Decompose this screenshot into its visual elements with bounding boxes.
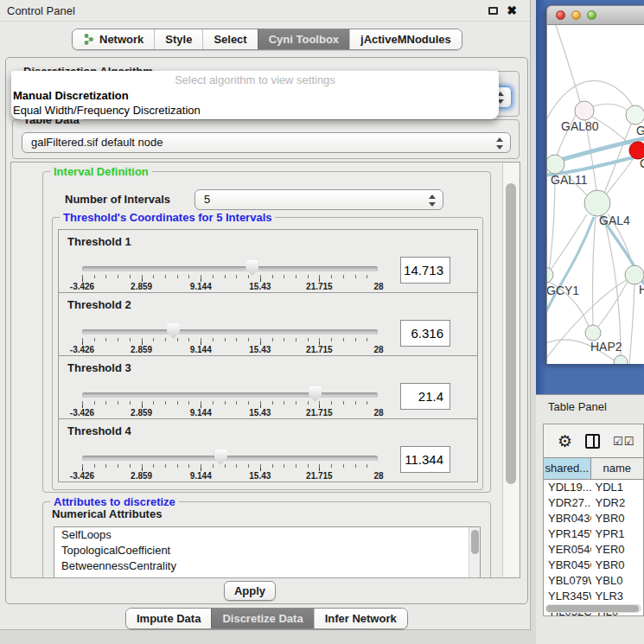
network-window-titlebar[interactable]: [546, 5, 644, 25]
table-cell[interactable]: YLR3: [591, 589, 643, 604]
table-row[interactable]: YDR27...YDR2: [544, 495, 643, 511]
table-cell[interactable]: YBR0: [591, 511, 643, 526]
network-node[interactable]: [626, 105, 644, 124]
table-cell[interactable]: YLR345W: [544, 589, 591, 604]
tick-label: 9.144: [190, 408, 212, 418]
numerical-attribute-item[interactable]: SelfLoops: [54, 527, 480, 543]
threshold-value-input[interactable]: 11.344: [400, 446, 450, 473]
table-cell[interactable]: YDL1: [591, 480, 643, 495]
threshold-value-input[interactable]: 6.316: [400, 320, 450, 347]
table-cell[interactable]: YDR2: [591, 495, 643, 511]
tab-discretize-data[interactable]: Discretize Data: [211, 609, 313, 628]
table-cell[interactable]: YDL19...: [544, 480, 591, 495]
tick-label: -3.426: [70, 282, 94, 291]
numerical-attributes-list[interactable]: SelfLoopsTopologicalCoefficientBetweenne…: [54, 526, 481, 578]
network-icon: [83, 33, 94, 46]
interval-definition-group: Interval Definition Number of Intervals …: [42, 171, 491, 493]
tick-label: 15.43: [249, 282, 271, 291]
slider-thumb[interactable]: [167, 323, 180, 339]
table-row[interactable]: YER054CYER0: [544, 542, 643, 558]
number-of-intervals-combobox[interactable]: 5: [194, 189, 443, 210]
slider-thumb[interactable]: [245, 260, 258, 276]
checkboxes-icon[interactable]: ☑☑: [613, 435, 634, 448]
table-cell[interactable]: YBR043C: [544, 511, 591, 526]
close-icon[interactable]: ✖: [507, 0, 517, 22]
tick-label: 2.859: [131, 282, 152, 291]
tab-label: Network: [99, 33, 143, 46]
network-canvas[interactable]: GAL80GCGAL11GAL4GCY1HHAP2: [546, 25, 644, 364]
algorithm-option-equal-width-frequency[interactable]: Equal Width/Frequency Discretization: [11, 103, 499, 118]
gear-icon[interactable]: ⚙: [558, 433, 572, 450]
tab-label: Style: [165, 33, 192, 46]
algorithm-option-manual-discretization[interactable]: Manual Discretization: [11, 88, 499, 103]
threshold-value-input[interactable]: 14.713: [400, 257, 450, 284]
table-cell[interactable]: YBR0: [591, 558, 643, 573]
table-data-combobox[interactable]: galFiltered.sif default node: [22, 132, 511, 153]
combo-spinner-icon: [428, 194, 436, 207]
table-data-combobox-value: galFiltered.sif default node: [31, 136, 163, 149]
numerical-attributes-label: Numerical Attributes: [52, 507, 162, 520]
threshold-slider[interactable]: [82, 266, 378, 271]
table-row[interactable]: YLR345WYLR3: [544, 589, 643, 604]
tick-label: 9.144: [190, 345, 212, 354]
tab-network[interactable]: Network: [73, 29, 154, 49]
table-hscrollbar-thumb[interactable]: [546, 605, 639, 612]
tab-label: Cyni Toolbox: [269, 33, 339, 46]
table-cell[interactable]: YDR27...: [544, 495, 591, 511]
threshold-slider[interactable]: [82, 329, 378, 335]
threshold-slider[interactable]: [82, 392, 378, 398]
attributes-scrollbar-thumb[interactable]: [471, 530, 479, 554]
tab-impute-data[interactable]: Impute Data: [126, 609, 211, 628]
network-node[interactable]: [614, 355, 628, 364]
close-window-icon[interactable]: [556, 10, 565, 20]
table-cell[interactable]: YER0: [591, 542, 643, 558]
column-header-name[interactable]: name: [591, 458, 643, 479]
network-node-label: HAP2: [590, 340, 622, 354]
slider-ticks: [82, 338, 379, 345]
column-header-shared-name[interactable]: shared...: [544, 458, 591, 479]
table-horizontal-scrollbar[interactable]: [545, 604, 641, 613]
float-window-icon[interactable]: [488, 7, 498, 15]
settings-scrollbar-thumb[interactable]: [506, 183, 516, 484]
table-row[interactable]: YBL079WYBL0: [544, 573, 643, 589]
table-row[interactable]: YDL19...YDL1: [544, 480, 643, 495]
table-cell[interactable]: YPR1: [591, 526, 643, 542]
table-row[interactable]: YBR043CYBR0: [544, 511, 643, 526]
table-cell[interactable]: YBL079W: [544, 573, 591, 589]
numerical-attribute-item[interactable]: BetweennessCentrality: [54, 558, 480, 574]
tab-jactivemnodules[interactable]: jActiveMNodules: [349, 29, 462, 49]
numerical-attribute-item[interactable]: TopologicalCoefficient: [54, 543, 480, 558]
tick-label: 2.859: [131, 345, 152, 354]
settings-vertical-scrollbar[interactable]: [502, 163, 519, 577]
slider-thumb[interactable]: [309, 386, 322, 402]
table-cell[interactable]: YBR045C: [544, 558, 591, 573]
columns-icon[interactable]: [585, 434, 600, 449]
zoom-window-icon[interactable]: [587, 10, 596, 20]
apply-button[interactable]: Apply: [224, 581, 276, 601]
table-cell[interactable]: YER054C: [544, 542, 591, 558]
tick-label: 21.715: [306, 345, 333, 354]
table-cell[interactable]: YPR145W: [544, 526, 591, 542]
minimize-window-icon[interactable]: [571, 10, 581, 20]
tab-label: jActiveMNodules: [360, 33, 451, 46]
network-node-label: GAL80: [561, 119, 599, 133]
tab-infer-network[interactable]: Infer Network: [314, 609, 407, 628]
tab-select[interactable]: Select: [202, 29, 257, 49]
slider-tick-labels: -3.4262.8599.14415.4321.71528: [82, 282, 379, 292]
threshold-slider[interactable]: [82, 456, 378, 461]
network-node[interactable]: [584, 190, 610, 216]
table-row[interactable]: YPR145WYPR1: [544, 526, 643, 542]
tab-cyni-toolbox[interactable]: Cyni Toolbox: [258, 29, 349, 49]
slider-thumb[interactable]: [214, 450, 227, 465]
table-row[interactable]: YBR045CYBR0: [544, 558, 643, 573]
tab-style[interactable]: Style: [154, 29, 202, 49]
network-node[interactable]: [547, 155, 564, 174]
network-node[interactable]: [625, 265, 644, 284]
network-node[interactable]: [575, 101, 594, 120]
network-node[interactable]: [585, 325, 601, 341]
attributes-scrollbar[interactable]: [469, 527, 480, 578]
threshold-label: Threshold 1: [67, 235, 131, 248]
network-node[interactable]: [547, 267, 553, 283]
threshold-value-input[interactable]: 21.4: [400, 383, 450, 410]
table-cell[interactable]: YBL0: [591, 573, 643, 589]
